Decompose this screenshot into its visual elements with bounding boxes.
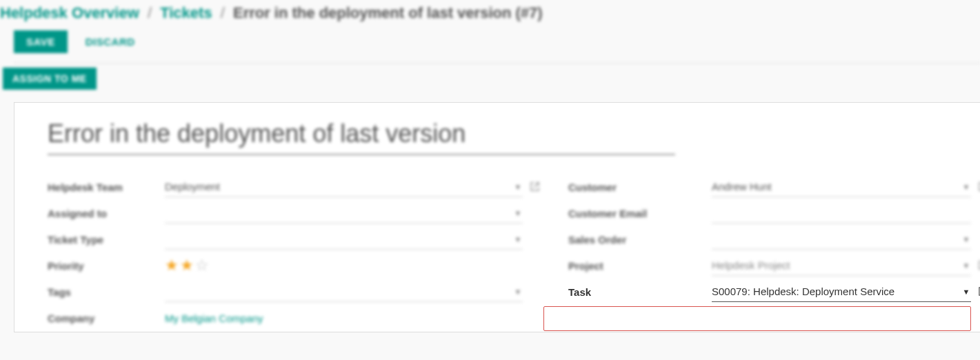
company-label: Company <box>48 312 165 324</box>
chevron-down-icon[interactable]: ▼ <box>513 235 523 243</box>
chevron-down-icon[interactable]: ▼ <box>513 183 523 191</box>
helpdesk-team-field[interactable]: Deployment ▼ <box>165 177 523 197</box>
star-empty-icon[interactable]: ☆ <box>195 257 209 274</box>
chevron-down-icon[interactable]: ▼ <box>513 209 523 217</box>
discard-button[interactable]: DISCARD <box>79 30 142 53</box>
company-field: My Belgian Company <box>165 308 523 328</box>
chevron-down-icon[interactable]: ▼ <box>513 288 523 296</box>
action-row: SAVE DISCARD <box>14 28 980 63</box>
left-column: Helpdesk Team Deployment ▼ Assigned to ▼ <box>48 174 541 332</box>
breadcrumb: Helpdesk Overview / Tickets / Error in t… <box>0 0 980 28</box>
customer-field[interactable]: Andrew Hunt ▼ <box>712 177 971 197</box>
priority-stars[interactable]: ★★☆ <box>165 255 523 276</box>
chevron-down-icon[interactable]: ▼ <box>961 183 971 191</box>
customer-label: Customer <box>568 181 712 193</box>
tags-field[interactable]: ▼ <box>165 281 523 302</box>
right-column: Customer Andrew Hunt ▼ Customer Email Sa… <box>568 174 980 332</box>
ticket-type-field[interactable]: ▼ <box>165 229 523 250</box>
breadcrumb-current: Error in the deployment of last version … <box>233 4 543 21</box>
assigned-to-field[interactable]: ▼ <box>165 203 523 223</box>
customer-email-label: Customer Email <box>568 208 712 219</box>
star-filled-icon[interactable]: ★ <box>180 257 194 274</box>
star-filled-icon[interactable]: ★ <box>165 257 179 274</box>
tags-label: Tags <box>48 286 165 298</box>
sales-order-field[interactable]: ▼ <box>712 229 971 250</box>
project-label: Project <box>568 260 712 272</box>
breadcrumb-tickets[interactable]: Tickets <box>160 4 212 21</box>
task-field[interactable]: S00079: Helpdesk: Deployment Service ▼ <box>712 281 971 302</box>
assigned-to-label: Assigned to <box>48 208 165 219</box>
chevron-down-icon[interactable]: ▼ <box>961 235 971 243</box>
ticket-title-input[interactable] <box>48 117 675 155</box>
project-field[interactable]: Helpdesk Project ▼ <box>712 255 971 276</box>
helpdesk-team-label: Helpdesk Team <box>48 181 165 193</box>
task-row: Task S00079: Helpdesk: Deployment Servic… <box>568 279 980 304</box>
breadcrumb-root[interactable]: Helpdesk Overview <box>0 4 139 21</box>
ticket-type-label: Ticket Type <box>48 234 165 246</box>
save-button[interactable]: SAVE <box>14 30 68 53</box>
task-label: Task <box>568 286 712 298</box>
customer-email-field[interactable] <box>712 203 971 223</box>
chevron-down-icon[interactable]: ▼ <box>961 261 971 270</box>
assign-to-me-button[interactable]: ASSIGN TO ME <box>3 68 97 90</box>
external-link-icon[interactable] <box>530 181 541 192</box>
priority-label: Priority <box>48 260 165 272</box>
form-sheet: Helpdesk Team Deployment ▼ Assigned to ▼ <box>14 102 980 332</box>
chevron-down-icon[interactable]: ▼ <box>961 288 971 296</box>
sales-order-label: Sales Order <box>568 234 712 246</box>
